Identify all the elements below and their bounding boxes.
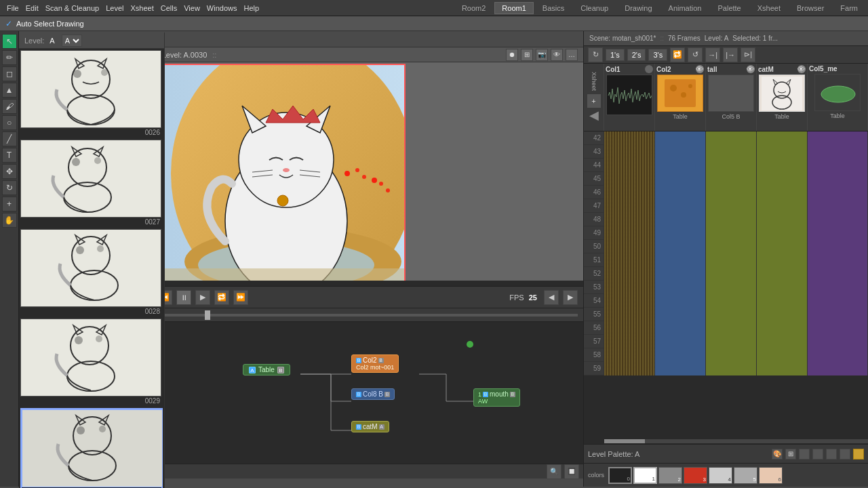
menu-xsheet[interactable]: Xsheet: [128, 3, 157, 14]
cell-42-col5[interactable]: [808, 131, 868, 145]
svg-point-45: [670, 85, 677, 92]
scene-btn-cam[interactable]: 📷: [536, 49, 548, 61]
tab-xsheet[interactable]: Xsheet: [750, 2, 788, 14]
menu-help[interactable]: Help: [241, 3, 262, 14]
cell-42-col2[interactable]: [655, 131, 706, 145]
tab-farm[interactable]: Farm: [833, 2, 865, 14]
hscroll-thumb[interactable]: [604, 439, 645, 443]
rt-step3[interactable]: →|: [705, 47, 720, 62]
thumbnail-item-27[interactable]: 0027: [20, 140, 163, 226]
tl-btn-fps-down[interactable]: ◀: [544, 290, 559, 305]
cell-42-col1[interactable]: [604, 131, 655, 145]
thumbnail-item-29[interactable]: 0029: [20, 319, 163, 405]
palette-btn2[interactable]: ⊞: [785, 449, 796, 460]
tool-zoom[interactable]: +: [2, 197, 17, 211]
tl-btn-fps-up[interactable]: ▶: [563, 290, 578, 305]
rt-3s[interactable]: 3's: [648, 49, 667, 61]
swatch-5[interactable]: 5: [734, 467, 757, 484]
menu-cells[interactable]: Cells: [158, 3, 180, 14]
swatch-2[interactable]: 2: [658, 467, 682, 484]
tool-move[interactable]: ✥: [2, 164, 17, 179]
menu-view[interactable]: View: [181, 3, 203, 14]
thumbnail-item-28[interactable]: 0028: [20, 229, 163, 316]
menu-level[interactable]: Level: [103, 3, 126, 14]
bt-btn5[interactable]: 🔲: [564, 464, 579, 479]
scrubber-handle[interactable]: [205, 310, 210, 320]
tab-palette[interactable]: Palette: [710, 2, 748, 14]
menu-file[interactable]: File: [4, 3, 22, 14]
rt-step2[interactable]: ↺: [688, 47, 703, 62]
tab-animation[interactable]: Animation: [661, 2, 709, 14]
tool-rotate[interactable]: ↻: [2, 180, 17, 195]
bt-btn4[interactable]: 🔍: [547, 464, 561, 479]
xsheet-arrow-left[interactable]: ◀: [589, 108, 599, 123]
col-tall: tall 👁 Col5 B: [706, 64, 757, 131]
swatch-6[interactable]: 6: [759, 467, 783, 484]
tl-btn-play[interactable]: ▶: [195, 290, 210, 305]
palette-btn1[interactable]: 🎨: [772, 449, 783, 460]
hscroll-track[interactable]: [604, 439, 868, 443]
tl-btn-loop[interactable]: 🔁: [214, 290, 229, 305]
tab-browser[interactable]: Browser: [789, 2, 831, 14]
menu-edit[interactable]: Edit: [23, 3, 41, 14]
tab-basics[interactable]: Basics: [535, 2, 572, 14]
tab-cleanup[interactable]: Cleanup: [573, 2, 616, 14]
thumbnail-item-30[interactable]: 0030: [20, 408, 163, 488]
node-mouth[interactable]: 1 B mouth B AW: [473, 388, 520, 407]
menu-scan[interactable]: Scan & Cleanup: [43, 3, 102, 14]
rt-1s[interactable]: 1's: [606, 49, 625, 61]
rt-loop[interactable]: ↻: [588, 47, 603, 62]
swatch-4[interactable]: 4: [709, 467, 732, 484]
swatch-1[interactable]: 1: [633, 467, 657, 484]
tl-btn-next[interactable]: ⏩: [233, 290, 248, 305]
rt-step5[interactable]: ⊳|: [741, 47, 755, 62]
cell-42-col3[interactable]: [706, 131, 757, 145]
thumb-28-img: [20, 229, 161, 307]
col2-eye[interactable]: 👁: [696, 65, 704, 73]
scene-btn-more[interactable]: …: [566, 49, 578, 61]
palette-indicator[interactable]: [853, 449, 864, 460]
tool-select[interactable]: ↖: [2, 34, 17, 49]
node-catm[interactable]: B catM A: [351, 421, 389, 432]
rt-step1[interactable]: 🔁: [670, 47, 685, 62]
node-table[interactable]: A Table B: [243, 364, 290, 375]
tool-hand[interactable]: ✋: [2, 213, 17, 228]
scene-btn-eye[interactable]: 👁: [551, 49, 563, 61]
tool-fill[interactable]: ▲: [2, 83, 17, 98]
col5me-svg: [815, 74, 860, 111]
menu-windows[interactable]: Windows: [204, 3, 240, 14]
tab-room1[interactable]: Room1: [494, 2, 533, 14]
tl-btn-pause[interactable]: ⏸: [176, 290, 191, 305]
palette-btn4[interactable]: [812, 449, 823, 460]
palette-btn3[interactable]: [799, 449, 810, 460]
swatch-0[interactable]: 0: [608, 467, 632, 484]
scene-btn-rec[interactable]: ⏺: [506, 49, 518, 61]
scene-btn-grid[interactable]: ⊞: [521, 49, 533, 61]
tool-shape[interactable]: ○: [2, 115, 17, 130]
timeline-grid[interactable]: 42 43 44 45 46 47 48 49 50 51 52 53 54 5…: [584, 131, 868, 439]
catm-eye[interactable]: 👁: [797, 65, 806, 73]
node-col2[interactable]: B Col2 B Col2 mot~001: [351, 354, 399, 373]
tool-paint[interactable]: 🖌: [2, 99, 17, 114]
swatch-3[interactable]: 3: [684, 467, 707, 484]
tall-eye[interactable]: 👁: [747, 65, 755, 73]
tab-room2[interactable]: Room2: [454, 2, 493, 14]
tool-line[interactable]: ╱: [2, 131, 17, 146]
rt-2s[interactable]: 2's: [627, 49, 646, 61]
tab-drawing[interactable]: Drawing: [617, 2, 659, 14]
thumbnail-item-26[interactable]: 0026: [20, 50, 163, 137]
col1-header-row: Col1: [606, 65, 653, 73]
node-col8[interactable]: B Col8 B B: [351, 388, 395, 400]
timeline-hscroll[interactable]: [584, 439, 868, 444]
cell-42-col4[interactable]: [757, 131, 808, 145]
left-level-select[interactable]: A: [62, 35, 82, 47]
tool-text[interactable]: T: [2, 148, 17, 163]
palette-btn5[interactable]: [826, 449, 837, 460]
timeline-row-57: 57: [584, 335, 868, 348]
tool-brush[interactable]: ✏: [2, 50, 17, 65]
xsheet-plus[interactable]: +: [587, 94, 601, 108]
col1-eye[interactable]: [645, 65, 653, 73]
tool-eraser[interactable]: ◻: [2, 66, 17, 81]
palette-btn6[interactable]: [840, 449, 850, 460]
rt-step4[interactable]: |→: [723, 47, 738, 62]
